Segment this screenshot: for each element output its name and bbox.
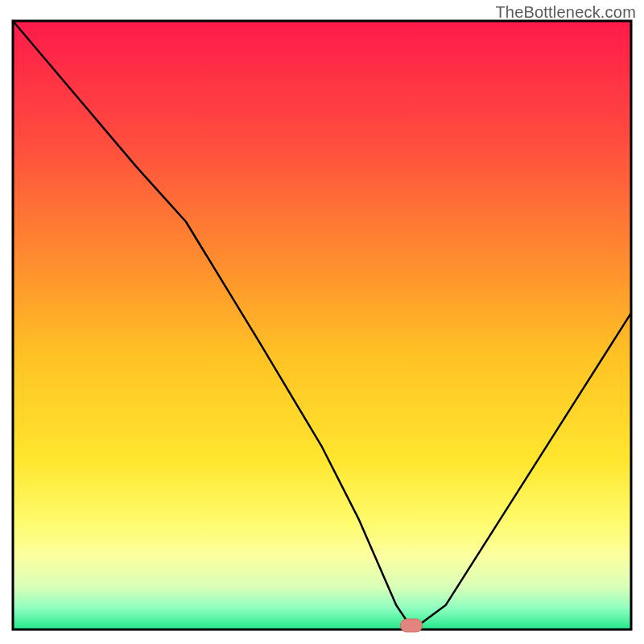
chart-container: TheBottleneck.com (0, 0, 644, 644)
bottleneck-chart (0, 0, 644, 644)
plot-gradient-bg (13, 21, 631, 630)
optimum-marker (400, 619, 423, 633)
